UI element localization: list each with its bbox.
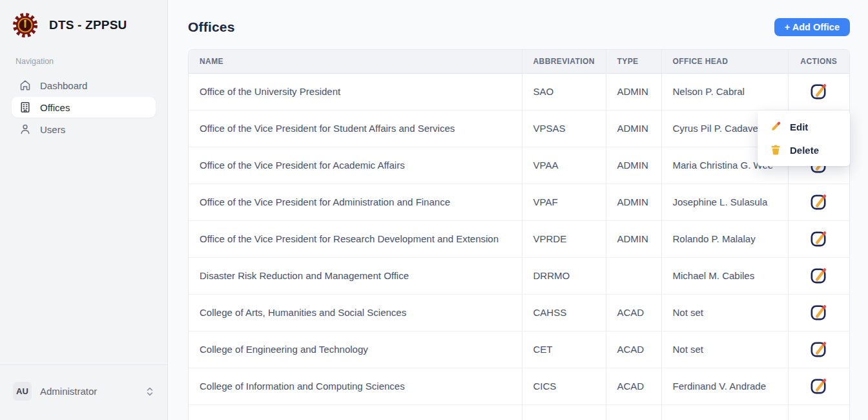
row-actions-button[interactable] <box>809 81 829 101</box>
row-actions-button[interactable] <box>809 302 829 322</box>
office-head-cell: Josephine L. Sulasula <box>661 184 788 220</box>
office-actions-cell <box>788 368 849 404</box>
office-type-cell: ADMIN <box>606 73 661 110</box>
row-actions-button[interactable] <box>809 191 829 211</box>
office-head-cell: Rolando P. Malalay <box>661 220 788 257</box>
university-seal-logo <box>12 12 39 39</box>
sidebar-item-label: Offices <box>40 102 70 113</box>
table-row: Office of the Vice President for Adminis… <box>189 184 849 220</box>
app-title: DTS - ZPPSU <box>49 18 127 32</box>
table-header: NAME ABBREVIATION TYPE OFFICE HEAD ACTIO… <box>189 50 849 73</box>
office-name-cell: Office of the Vice President for Researc… <box>189 220 522 257</box>
office-abbreviation-cell: VPRDE <box>522 220 606 257</box>
office-abbreviation-cell: VPAA <box>522 147 606 184</box>
sidebar-item-users[interactable]: Users <box>12 119 156 140</box>
sidebar-item-offices[interactable]: Offices <box>12 97 156 118</box>
office-abbreviation-cell: CET <box>522 331 606 368</box>
office-name-cell: Office of the University President <box>189 73 522 110</box>
office-name-cell: College of Engineering and Technology <box>189 331 522 368</box>
office-type-cell: ADMIN <box>606 147 661 184</box>
sidebar-item-dashboard[interactable]: Dashboard <box>12 75 156 96</box>
office-head-cell: Michael M. Cabiles <box>661 257 788 294</box>
offices-table: NAME ABBREVIATION TYPE OFFICE HEAD ACTIO… <box>188 49 850 420</box>
office-actions-cell <box>788 73 849 110</box>
user-name: Administrator <box>40 386 137 397</box>
sidebar-item-label: Dashboard <box>40 80 87 91</box>
context-menu-delete[interactable]: Delete <box>758 138 850 162</box>
office-type-cell: ADMIN <box>606 220 661 257</box>
office-type-cell: ADMIN <box>606 184 661 220</box>
main-content: Offices + Add Office NAME ABBREVIATION T… <box>168 0 868 420</box>
table-row <box>189 404 849 420</box>
office-actions-cell <box>788 257 849 294</box>
edit-square-icon <box>809 277 829 287</box>
row-actions-button[interactable] <box>809 265 829 285</box>
add-office-button[interactable]: + Add Office <box>774 18 850 36</box>
table-row: College of Information and Computing Sci… <box>189 368 849 404</box>
office-actions-cell <box>788 220 849 257</box>
table-row: College of Engineering and Technology CE… <box>189 331 849 368</box>
table-row: Office of the Vice President for Academi… <box>189 147 849 184</box>
row-actions-button[interactable] <box>809 228 829 248</box>
office-actions-cell <box>788 331 849 368</box>
trash-icon <box>770 144 781 156</box>
edit-square-icon <box>809 388 829 397</box>
user-menu[interactable]: AU Administrator <box>0 364 167 420</box>
office-type-cell: ACAD <box>606 331 661 368</box>
office-name-cell: Office of the Vice President for Academi… <box>189 147 522 184</box>
office-head-cell: Not set <box>661 294 788 331</box>
nav-section-label: Navigation <box>0 54 167 74</box>
building-icon <box>19 101 31 113</box>
column-header-actions: ACTIONS <box>788 50 849 73</box>
table-row: Office of the Vice President for Student… <box>189 110 849 147</box>
row-context-menu: Edit Delete <box>758 110 850 166</box>
table-body: Office of the University President SAO A… <box>189 73 849 420</box>
edit-square-icon <box>809 93 829 103</box>
column-header-name: NAME <box>189 50 522 73</box>
office-type-cell <box>606 257 661 294</box>
home-icon <box>19 79 31 91</box>
office-name-cell: Disaster Risk Reduction and Management O… <box>189 257 522 294</box>
column-header-office-head: OFFICE HEAD <box>661 50 788 73</box>
brand: DTS - ZPPSU <box>0 0 167 54</box>
edit-square-icon <box>809 351 829 361</box>
sidebar: DTS - ZPPSU Navigation Dashboard Offices <box>0 0 168 420</box>
office-actions-cell <box>788 294 849 331</box>
office-abbreviation-cell: DRRMO <box>522 257 606 294</box>
office-abbreviation-cell: VPAF <box>522 184 606 220</box>
context-menu-edit[interactable]: Edit <box>758 115 850 138</box>
office-type-cell: ACAD <box>606 368 661 404</box>
page-header: Offices + Add Office <box>168 0 868 49</box>
office-name-cell: College of Arts, Humanities and Social S… <box>189 294 522 331</box>
edit-square-icon <box>809 240 829 250</box>
office-name-cell: Office of the Vice President for Student… <box>189 110 522 147</box>
office-abbreviation-cell: CICS <box>522 368 606 404</box>
avatar: AU <box>13 382 32 401</box>
office-name-cell: Office of the Vice President for Adminis… <box>189 184 522 220</box>
row-actions-button[interactable] <box>809 339 829 359</box>
office-name-cell: College of Information and Computing Sci… <box>189 368 522 404</box>
pencil-icon <box>770 121 781 132</box>
table-row: Office of the Vice President for Researc… <box>189 220 849 257</box>
office-type-cell: ACAD <box>606 294 661 331</box>
office-abbreviation-cell: VPSAS <box>522 110 606 147</box>
office-head-cell: Nelson P. Cabral <box>661 73 788 110</box>
table-row: College of Arts, Humanities and Social S… <box>189 294 849 331</box>
edit-square-icon <box>809 167 829 176</box>
office-actions-cell <box>788 184 849 220</box>
chevron-up-down-icon <box>145 386 154 397</box>
edit-square-icon <box>809 204 829 213</box>
edit-square-icon <box>809 314 829 324</box>
office-head-cell: Ferdinand V. Andrade <box>661 368 788 404</box>
user-icon <box>19 123 31 135</box>
row-actions-button[interactable] <box>809 375 829 395</box>
column-header-abbreviation: ABBREVIATION <box>522 50 606 73</box>
sidebar-item-label: Users <box>40 124 65 135</box>
office-type-cell: ADMIN <box>606 110 661 147</box>
office-abbreviation-cell: CAHSS <box>522 294 606 331</box>
page-title: Offices <box>188 19 235 35</box>
context-menu-item-label: Delete <box>790 145 819 156</box>
office-head-cell: Not set <box>661 331 788 368</box>
table-row: Office of the University President SAO A… <box>189 73 849 110</box>
context-menu-item-label: Edit <box>790 121 808 132</box>
